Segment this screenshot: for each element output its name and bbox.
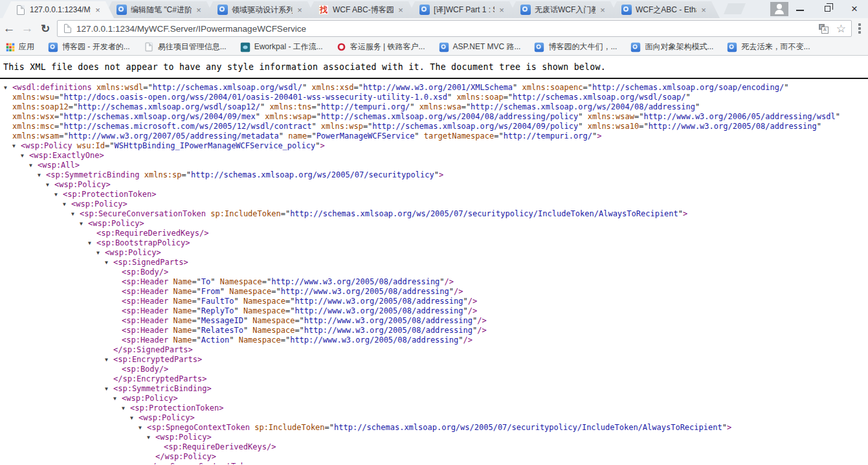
cnblogs-ring [219,6,225,12]
tab-title: WCF之ABC - Ethan [636,5,696,16]
bookmark-label: 死去活来，而不变... [741,41,810,52]
tab-close-icon[interactable]: × [699,5,708,15]
collapse-arrow-icon[interactable]: ▼ [12,141,21,151]
collapse-arrow-icon[interactable]: ▼ [88,238,96,248]
collapse-arrow-icon[interactable]: ▼ [71,209,80,219]
xml-line: ▼<wsp:All> [0,161,868,170]
forward-button[interactable]: → [18,21,36,36]
toolbar: ← → ↻ 127.0.0.1:1234/MyWCF.Server/IPower… [0,18,868,39]
xml-line: </sp:SpnegoContextToken> [0,462,868,464]
xml-line-text: <sp:EncryptedParts> [113,355,202,364]
collapse-arrow-icon[interactable]: ▼ [105,355,113,365]
cnblogs-icon [439,42,448,51]
collapse-arrow-icon[interactable]: ▼ [54,190,63,199]
tab-7[interactable]: WCF之ABC - Ethan× [608,1,720,18]
tab-close-icon[interactable]: × [598,5,607,15]
collapse-arrow-icon[interactable]: ▼ [139,423,147,433]
bookmark-star-icon[interactable]: ☆ [836,22,846,36]
document-icon [17,5,25,15]
xml-line-text: <sp:Body/> [122,365,168,374]
xml-line: ▼<wsp:ExactlyOne> [0,151,868,161]
xml-line-text: <sp:Header Name="MessageID" Namespace="h… [122,316,487,325]
collapse-arrow-icon[interactable]: ▼ [113,394,122,403]
collapse-arrow-icon[interactable]: ▼ [46,180,54,190]
menu-icon[interactable] [855,22,864,35]
collapse-arrow-icon[interactable]: ▼ [38,170,46,180]
tab-close-icon[interactable]: × [93,5,102,15]
bookmark-label: 博客园 - 开发者的... [62,41,130,52]
address-bar[interactable]: 127.0.0.1:1234/MyWCF.Server/IPowermanage… [57,20,852,37]
tab-close-icon[interactable]: × [396,5,405,15]
tab-3[interactable]: 领域驱动设计系列文× [205,1,316,18]
collapse-arrow-icon[interactable]: ▼ [29,161,38,170]
bookmark-item[interactable]: 面向对象架构模式... [630,41,713,52]
tab-1[interactable]: 127.0.0.1:1234/My× [3,1,114,18]
tab-5[interactable]: [译]WCF Part 1 : Se× [406,1,518,18]
bookmark-label: ASP.NET MVC 路... [453,41,521,52]
xml-line: </sp:SignedParts> [0,345,868,355]
collapse-arrow-icon[interactable]: ▼ [4,83,12,93]
xml-line: <sp:RequireDerivedKeys/> [0,229,868,238]
xml-line: ▼<sp:SpnegoContextToken sp:IncludeToken=… [0,423,868,433]
collapse-arrow-icon[interactable]: ▼ [63,199,71,209]
xml-viewer-page: This XML file does not appear to have an… [0,56,868,464]
bookmark-item[interactable]: ASP.NET MVC 路... [439,41,521,52]
bookmark-item[interactable]: 易往项目管理信息... [144,41,227,52]
minimize-button[interactable] [786,0,814,17]
document-icon [145,43,152,52]
t12306-icon [337,43,345,51]
tab-title: WCF ABC-博客园搜 [333,5,394,16]
xml-style-notice: This XML file does not appear to have an… [0,56,868,72]
url-text[interactable]: 127.0.0.1:1234/MyWCF.Server/IPowermanage… [76,24,819,34]
translate-icon[interactable] [819,24,829,34]
tab-close-icon[interactable]: × [194,5,203,15]
xml-line: ▼<wsp:Policy> [0,180,868,190]
collapse-arrow-icon[interactable]: ▼ [80,219,88,229]
collapse-arrow-icon[interactable]: ▼ [105,384,113,394]
cnblogs-icon [520,5,531,15]
xml-line: <sp:RequireDerivedKeys/> [0,442,868,452]
collapse-arrow-icon[interactable]: ▼ [21,151,29,161]
collapse-arrow-icon[interactable]: ▼ [122,403,130,413]
new-tab-button[interactable] [724,3,746,14]
close-window-button[interactable]: × [841,0,868,17]
bookmark-item[interactable]: 应用 [6,41,34,52]
page-document-icon [64,24,71,33]
collapse-arrow-icon[interactable]: ▼ [130,413,139,423]
xml-line-text: <sp:BootstrapPolicy> [96,238,190,247]
bookmark-item[interactable]: Eworkpal - 工作流... [240,41,323,52]
tab-4[interactable]: 找WCF ABC-博客园搜× [306,1,417,18]
back-button[interactable]: ← [0,21,18,36]
xml-line-text: <sp:SymmetricBinding> [113,384,212,393]
maximize-button[interactable] [814,0,841,17]
cnblogs-ring [421,6,427,12]
bookmark-label: 易往项目管理信息... [158,41,227,52]
tab-close-icon[interactable]: × [295,5,304,15]
tab-2[interactable]: 编辑随笔 "C#进阶系× [104,1,215,18]
reload-button[interactable]: ↻ [36,22,54,36]
bookmark-item[interactable]: 博客园 - 开发者的... [48,41,130,52]
xml-line-text: <sp:SymmetricBinding xmlns:sp="http://sc… [46,170,443,179]
tab-6[interactable]: 无废话WCF入门教程× [507,1,619,18]
xml-line-text: <wsp:Policy> [105,248,161,257]
xml-line: ▼<wsp:Policy> [0,248,868,258]
bookmark-item[interactable]: 博客园的大牛们，... [534,41,617,52]
xml-line: <sp:Header Name="Action" Namespace="http… [0,335,868,345]
collapse-arrow-icon[interactable]: ▼ [105,258,113,267]
tab-close-icon[interactable]: × [497,5,506,15]
xml-line-text: <sp:SpnegoContextToken sp:IncludeToken="… [147,423,731,432]
xml-line-text: <wsp:Policy> [54,180,111,189]
cnblogs-ring [623,6,629,12]
bookmark-label: Eworkpal - 工作流... [254,41,323,52]
bookmark-item[interactable]: 死去活来，而不变... [727,41,810,52]
collapse-arrow-icon[interactable]: ▼ [147,433,155,442]
profile-avatar[interactable] [770,2,788,16]
xml-line: ▼<wsp:Policy> [0,219,868,229]
collapse-arrow-icon[interactable]: ▼ [96,248,105,258]
bookmark-item[interactable]: 客运服务 | 铁路客户... [337,41,425,52]
xml-line: ▼<wsp:Policy> [0,199,868,209]
xml-line: ▼<sp:BootstrapPolicy> [0,238,868,248]
zzk-icon: 找 [318,5,329,15]
xml-line-text: <wsp:ExactlyOne> [29,151,104,160]
cnblogs-icon [728,42,737,51]
